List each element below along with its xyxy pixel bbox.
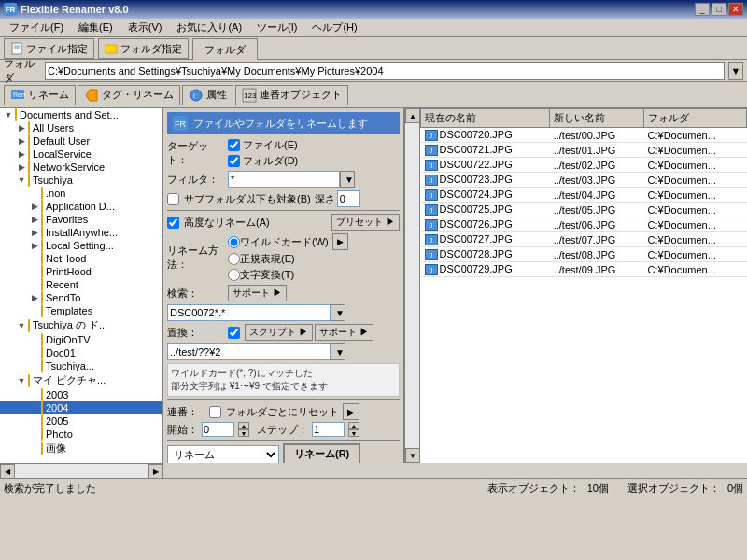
tree-item[interactable]: Doc01 bbox=[0, 346, 162, 359]
tree-toggle-icon[interactable]: ▼ bbox=[15, 376, 28, 385]
filter-dropdown-btn[interactable]: ▼ bbox=[340, 171, 355, 188]
sequence-arrow-btn[interactable]: ▶ bbox=[343, 403, 359, 420]
table-row[interactable]: JDSC00728.JPG../test/08.JPGC:¥Documen... bbox=[421, 247, 747, 262]
subfolder-depth-input[interactable] bbox=[337, 190, 360, 207]
tree-toggle-icon[interactable]: ▶ bbox=[28, 202, 41, 211]
tag-rename-tab-btn[interactable]: タグ・リネーム bbox=[78, 85, 180, 105]
tree-toggle-icon[interactable]: ▶ bbox=[15, 136, 28, 146]
replace-dropdown-btn[interactable]: ▼ bbox=[331, 343, 345, 360]
menu-view[interactable]: 表示(V) bbox=[122, 20, 168, 35]
tree-toggle-icon[interactable]: ▼ bbox=[2, 110, 15, 119]
tree-toggle-icon[interactable]: ▶ bbox=[15, 162, 28, 172]
menu-help[interactable]: ヘルプ(H) bbox=[306, 20, 362, 35]
scroll-up-btn[interactable]: ▲ bbox=[405, 108, 420, 123]
tree-item[interactable]: ▶InstallAnywhe... bbox=[0, 226, 162, 239]
close-btn[interactable]: ✕ bbox=[728, 3, 743, 16]
support1-btn[interactable]: サポート ▶ bbox=[228, 285, 287, 301]
tree-toggle-icon[interactable]: ▼ bbox=[15, 321, 28, 330]
window-controls[interactable]: _ □ ✕ bbox=[695, 3, 743, 16]
support2-btn[interactable]: サポート ▶ bbox=[315, 324, 374, 341]
tree-toggle-icon[interactable]: ▼ bbox=[15, 175, 28, 185]
menu-tools[interactable]: ツール(I) bbox=[251, 20, 303, 35]
tree-toggle-icon[interactable]: ▶ bbox=[15, 123, 28, 133]
h-scroll-left-btn[interactable]: ◀ bbox=[0, 464, 15, 479]
filter-input[interactable] bbox=[228, 171, 340, 188]
start-input[interactable] bbox=[202, 422, 234, 437]
start-spin-up[interactable]: ▲ bbox=[238, 422, 249, 429]
tree-toggle-icon[interactable]: ▶ bbox=[15, 149, 28, 159]
tree-item[interactable]: NetHood bbox=[0, 252, 162, 265]
table-row[interactable]: JDSC00723.JPG../test/03.JPGC:¥Documen... bbox=[421, 173, 747, 188]
tree-item[interactable]: 画像 bbox=[0, 441, 162, 456]
folder-reset-checkbox[interactable] bbox=[209, 406, 221, 418]
script-btn[interactable]: スクリプト ▶ bbox=[245, 324, 313, 341]
tree-item[interactable]: 2004 bbox=[0, 401, 162, 414]
tree-item[interactable]: ▼Documents and Set... bbox=[0, 108, 162, 121]
menu-file[interactable]: ファイル(F) bbox=[4, 20, 69, 35]
tree-toggle-icon[interactable]: ▶ bbox=[28, 228, 41, 237]
tree-toggle-icon[interactable]: ▶ bbox=[28, 241, 41, 250]
search-input[interactable] bbox=[167, 304, 331, 321]
tree-item[interactable]: 2003 bbox=[0, 388, 162, 401]
tree-item[interactable]: ▶Default User bbox=[0, 134, 162, 147]
tree-item[interactable]: .non bbox=[0, 187, 162, 200]
regex-radio[interactable] bbox=[228, 253, 240, 265]
folder-path-input[interactable] bbox=[45, 62, 725, 80]
tree-item[interactable]: ▶Favorites bbox=[0, 213, 162, 226]
tree-item[interactable]: ▶Local Setting... bbox=[0, 239, 162, 252]
table-row[interactable]: JDSC00721.JPG../test/01.JPGC:¥Documen... bbox=[421, 143, 747, 158]
col-current-name[interactable]: 現在の名前 bbox=[421, 109, 550, 128]
replace-script-checkbox[interactable] bbox=[228, 327, 240, 339]
tree-item[interactable]: 2005 bbox=[0, 414, 162, 427]
step-spin-down[interactable]: ▼ bbox=[348, 429, 359, 437]
tree-item[interactable]: ▶SendTo bbox=[0, 291, 162, 304]
rename-combo[interactable]: リネーム bbox=[167, 445, 279, 464]
tree-toggle-icon[interactable]: ▶ bbox=[28, 215, 41, 224]
table-row[interactable]: JDSC00720.JPG../test/00.JPGC:¥Documen... bbox=[421, 128, 747, 143]
rename-panel-scrollbar[interactable]: ▲ ▼ bbox=[404, 108, 419, 463]
tree-item[interactable]: PrintHood bbox=[0, 265, 162, 278]
minimize-btn[interactable]: _ bbox=[695, 3, 710, 16]
attr-tab-btn[interactable]: i 属性 bbox=[182, 85, 233, 105]
tab-folder-spec[interactable]: フォルダ指定 bbox=[98, 38, 189, 59]
file-checkbox-label[interactable]: ファイル(E) bbox=[228, 138, 298, 152]
table-row[interactable]: JDSC00722.JPG../test/02.JPGC:¥Documen... bbox=[421, 158, 747, 173]
tree-item[interactable]: Templates bbox=[0, 304, 162, 317]
horizontal-scrollbar[interactable]: ◀ ▶ bbox=[0, 463, 163, 478]
col-new-name[interactable]: 新しい名前 bbox=[550, 109, 644, 128]
tree-item[interactable]: Photo bbox=[0, 427, 162, 441]
folder-checkbox-label[interactable]: フォルダ(D) bbox=[228, 154, 298, 168]
maximize-btn[interactable]: □ bbox=[712, 3, 726, 16]
table-row[interactable]: JDSC00726.JPG../test/06.JPGC:¥Documen... bbox=[421, 217, 747, 232]
table-row[interactable]: JDSC00725.JPG../test/05.JPGC:¥Documen... bbox=[421, 203, 747, 217]
table-row[interactable]: JDSC00729.JPG../test/09.JPGC:¥Documen... bbox=[421, 262, 747, 277]
charconv-radio[interactable] bbox=[228, 269, 240, 281]
tree-item[interactable]: ▶All Users bbox=[0, 121, 162, 134]
start-spin-down[interactable]: ▼ bbox=[238, 429, 249, 437]
step-spinner[interactable]: ▲ ▼ bbox=[348, 422, 359, 437]
folder-path-dropdown[interactable]: ▼ bbox=[728, 62, 743, 80]
step-spin-up[interactable]: ▲ bbox=[348, 422, 359, 429]
tree-item[interactable]: DigiOnTV bbox=[0, 333, 162, 346]
tree-item[interactable]: Tsuchiya... bbox=[0, 359, 162, 372]
tree-toggle-icon[interactable]: ▶ bbox=[28, 293, 41, 302]
tree-item[interactable]: ▼Tsuchiya の ド... bbox=[0, 317, 162, 333]
preset-btn[interactable]: プリセット ▶ bbox=[331, 214, 400, 231]
rename-tab-btn[interactable]: Ren リネーム bbox=[4, 85, 76, 105]
table-row[interactable]: JDSC00724.JPG../test/04.JPGC:¥Documen... bbox=[421, 188, 747, 203]
tree-item[interactable]: ▶LocalService bbox=[0, 147, 162, 161]
tree-item[interactable]: ▼マイ ピクチャ... bbox=[0, 372, 162, 388]
tab-folder[interactable]: フォルダ bbox=[192, 38, 258, 60]
tree-item[interactable]: ▼Tsuchiya bbox=[0, 174, 162, 187]
subfolder-checkbox[interactable] bbox=[167, 193, 179, 205]
start-spinner[interactable]: ▲ ▼ bbox=[238, 422, 249, 437]
search-dropdown-btn[interactable]: ▼ bbox=[331, 304, 345, 321]
tree-item[interactable]: Recent bbox=[0, 278, 162, 291]
col-folder[interactable]: フォルダ bbox=[644, 109, 747, 128]
seq-obj-tab-btn[interactable]: 123 連番オブジェクト bbox=[235, 85, 348, 105]
advanced-checkbox[interactable] bbox=[167, 217, 179, 229]
h-scroll-right-btn[interactable]: ▶ bbox=[148, 464, 163, 479]
tree-item[interactable]: ▶Application D... bbox=[0, 200, 162, 213]
step-input[interactable] bbox=[312, 422, 345, 437]
rename-execute-btn[interactable]: リネーム(R) bbox=[283, 443, 360, 463]
